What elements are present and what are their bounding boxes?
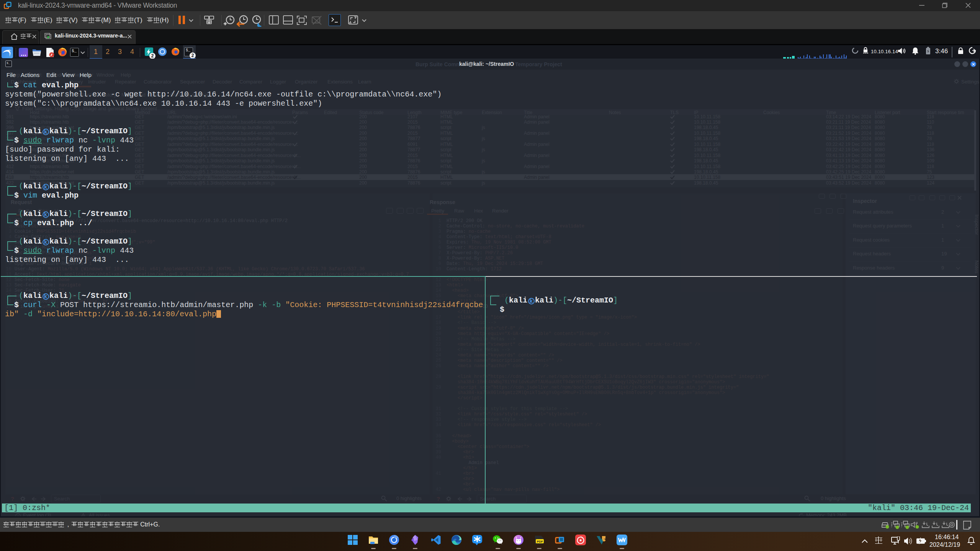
svg-text:PDF: PDF xyxy=(537,540,543,543)
